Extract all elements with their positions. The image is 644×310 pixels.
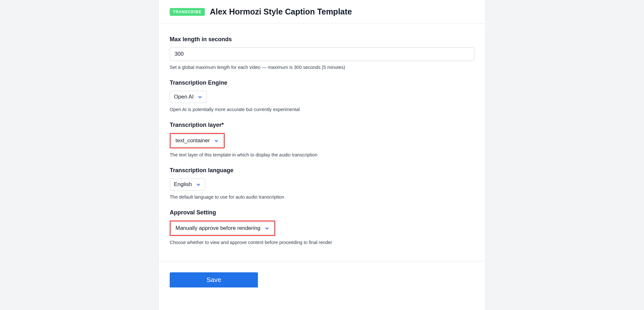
engine-helper: Open AI is potentially more accurate but… [170, 107, 474, 112]
approval-value: Manually approve before rendering [175, 225, 260, 231]
field-transcription-layer: Transcription layer* text_container The … [170, 122, 474, 157]
transcribe-badge: TRANSCRIBE [170, 8, 205, 16]
field-approval-setting: Approval Setting Manually approve before… [170, 209, 474, 245]
approval-label: Approval Setting [170, 209, 474, 216]
layer-helper: The text layer of this template in which… [170, 152, 474, 157]
field-max-length: Max length in seconds Set a global maxim… [170, 36, 474, 70]
page-title: Alex Hormozi Style Caption Template [210, 7, 352, 16]
field-transcription-engine: Transcription Engine Open AI Open AI is … [170, 80, 474, 112]
max-length-label: Max length in seconds [170, 36, 474, 43]
layer-highlight-box: text_container [170, 133, 225, 148]
language-value: English [174, 181, 192, 188]
page-container: TRANSCRIBE Alex Hormozi Style Caption Te… [158, 0, 486, 310]
footer-section: Save [159, 261, 485, 287]
approval-helper: Choose whether to view and approve conte… [170, 240, 474, 245]
language-select[interactable]: English [170, 178, 205, 191]
layer-label: Transcription layer* [170, 122, 474, 128]
page-header: TRANSCRIBE Alex Hormozi Style Caption Te… [159, 0, 485, 24]
chevron-down-icon [264, 226, 270, 231]
chevron-down-icon [196, 182, 201, 187]
engine-select[interactable]: Open AI [170, 91, 207, 103]
form-body: Max length in seconds Set a global maxim… [159, 24, 485, 261]
approval-select[interactable]: Manually approve before rendering [171, 222, 274, 234]
engine-label: Transcription Engine [170, 80, 474, 86]
chevron-down-icon [214, 138, 219, 143]
approval-highlight-box: Manually approve before rendering [170, 221, 275, 236]
save-button[interactable]: Save [170, 272, 258, 287]
language-label: Transcription language [170, 167, 474, 174]
max-length-helper: Set a global maximum length for each vid… [170, 65, 474, 70]
max-length-input[interactable] [170, 47, 474, 61]
field-transcription-language: Transcription language English The defau… [170, 167, 474, 200]
language-helper: The default language to use for auto aud… [170, 194, 474, 200]
layer-select[interactable]: text_container [171, 135, 223, 147]
engine-value: Open AI [174, 94, 194, 100]
layer-value: text_container [175, 137, 210, 144]
chevron-down-icon [197, 94, 203, 99]
